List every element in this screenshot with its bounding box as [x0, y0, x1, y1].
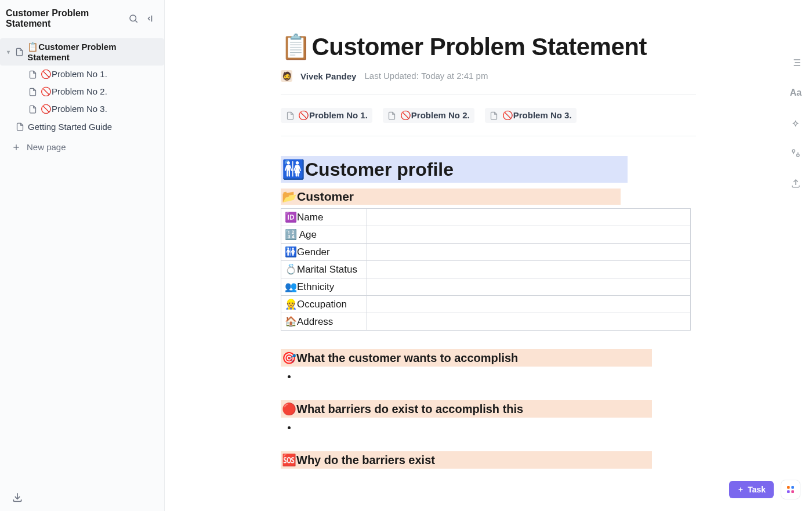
- subpage-chips: 🚫Problem No 1.🚫Problem No 2.🚫Problem No …: [281, 95, 696, 136]
- row-label[interactable]: 👷Occupation: [281, 296, 367, 313]
- row-label[interactable]: 🆔Name: [281, 209, 367, 226]
- barriers-list[interactable]: [281, 422, 696, 433]
- subpage-chip-1[interactable]: 🚫Problem No 2.: [383, 108, 474, 123]
- subpage-chip-0[interactable]: 🚫Problem No 1.: [281, 108, 372, 123]
- document-icon: [28, 86, 37, 97]
- document-icon: [490, 110, 499, 121]
- page-title[interactable]: 📋Customer Problem Statement: [281, 32, 696, 61]
- sidebar-item-4[interactable]: Getting Started Guide: [0, 118, 164, 135]
- svg-rect-19: [787, 490, 790, 493]
- svg-point-12: [792, 150, 795, 153]
- search-icon[interactable]: [127, 12, 140, 25]
- svg-rect-18: [791, 486, 794, 489]
- row-value[interactable]: [367, 244, 691, 261]
- list-item[interactable]: [297, 422, 696, 433]
- section-customer-profile[interactable]: 🚻Customer profile: [281, 156, 628, 183]
- apps-icon: [786, 485, 795, 494]
- bottom-actions: Task: [729, 480, 800, 499]
- row-label[interactable]: 🚻Gender: [281, 244, 367, 261]
- document-icon: [387, 110, 397, 121]
- chip-label: 🚫Problem No 2.: [400, 110, 470, 121]
- table-row: 💍Marital Status: [281, 261, 691, 278]
- workspace-title[interactable]: Customer Problem Statement: [6, 8, 122, 29]
- sidebar-item-1[interactable]: 🚫Problem No 1.: [0, 66, 164, 83]
- task-button-label: Task: [748, 485, 766, 494]
- document-icon: [28, 69, 37, 79]
- row-value[interactable]: [367, 209, 691, 226]
- subpage-chip-2[interactable]: 🚫Problem No 3.: [485, 108, 577, 123]
- settings-icon[interactable]: [789, 146, 803, 160]
- table-row: 🆔Name: [281, 209, 691, 226]
- document-icon: [28, 104, 37, 114]
- apps-button[interactable]: [781, 480, 800, 499]
- new-page-label: New page: [27, 142, 66, 152]
- author-name[interactable]: Vivek Pandey: [300, 71, 356, 81]
- sidebar-item-3[interactable]: 🚫Problem No 3.: [0, 100, 164, 118]
- new-page-button[interactable]: New page: [0, 139, 164, 155]
- table-row: 🚻Gender: [281, 244, 691, 261]
- sidebar-item-label: 📋Customer Problem Statement: [27, 42, 157, 62]
- page-meta: 🧔 Vivek Pandey Last Updated: Today at 2:…: [281, 70, 696, 95]
- sidebar: Customer Problem Statement ▾📋Customer Pr…: [0, 0, 165, 511]
- wants-list[interactable]: [281, 371, 696, 382]
- row-value[interactable]: [367, 261, 691, 278]
- import-button[interactable]: [12, 491, 23, 503]
- table-row: 🔢 Age: [281, 226, 691, 244]
- table-row: 👥Ethnicity: [281, 278, 691, 296]
- collapse-sidebar-icon[interactable]: [144, 12, 157, 25]
- sidebar-header: Customer Problem Statement: [0, 0, 164, 35]
- sidebar-item-label: 🚫Problem No 3.: [41, 104, 107, 114]
- customer-profile-table[interactable]: 🆔Name🔢 Age🚻Gender💍Marital Status👥Ethnici…: [281, 208, 691, 331]
- row-value[interactable]: [367, 296, 691, 313]
- row-value[interactable]: [367, 226, 691, 244]
- svg-rect-20: [791, 490, 794, 493]
- row-value[interactable]: [367, 313, 691, 331]
- list-item[interactable]: [297, 371, 696, 382]
- right-rail: Aa: [789, 56, 803, 190]
- svg-rect-17: [787, 486, 790, 489]
- svg-point-13: [797, 154, 800, 157]
- svg-point-0: [130, 15, 136, 21]
- row-label[interactable]: 🔢 Age: [281, 226, 367, 244]
- section-why[interactable]: 🆘Why do the barriers exist: [281, 451, 652, 469]
- avatar[interactable]: 🧔: [281, 70, 292, 82]
- document-icon: [15, 47, 24, 57]
- nav-list: ▾📋Customer Problem Statement🚫Problem No …: [0, 35, 164, 139]
- typography-icon[interactable]: Aa: [789, 86, 803, 100]
- row-label[interactable]: 💍Marital Status: [281, 261, 367, 278]
- chip-label: 🚫Problem No 1.: [298, 110, 368, 121]
- row-label[interactable]: 🏠Address: [281, 313, 367, 331]
- chip-label: 🚫Problem No 3.: [502, 110, 572, 121]
- last-updated-value: Today at 2:41 pm: [421, 71, 488, 81]
- new-task-button[interactable]: Task: [729, 481, 774, 498]
- table-row: 🏠Address: [281, 313, 691, 331]
- page-title-text: Customer Problem Statement: [312, 33, 647, 61]
- sidebar-item-label: 🚫Problem No 2.: [41, 86, 107, 97]
- section-barriers[interactable]: 🔴What barriers do exist to accomplish th…: [281, 400, 652, 418]
- sidebar-item-2[interactable]: 🚫Problem No 2.: [0, 83, 164, 100]
- ai-icon[interactable]: [789, 116, 803, 130]
- row-value[interactable]: [367, 278, 691, 296]
- export-icon[interactable]: [789, 176, 803, 190]
- last-updated-label: Last Updated:: [364, 71, 418, 81]
- section-wants[interactable]: 🎯What the customer wants to accomplish: [281, 349, 652, 367]
- svg-line-1: [135, 20, 137, 22]
- import-icon: [12, 491, 23, 503]
- outline-icon[interactable]: [789, 56, 803, 70]
- sidebar-item-0[interactable]: ▾📋Customer Problem Statement: [0, 38, 164, 66]
- table-row: 👷Occupation: [281, 296, 691, 313]
- sidebar-item-label: 🚫Problem No 1.: [41, 69, 107, 79]
- plus-icon: [12, 143, 21, 152]
- document-icon: [15, 121, 24, 132]
- sidebar-item-label: Getting Started Guide: [28, 122, 112, 132]
- main-content: 📋Customer Problem Statement 🧔 Vivek Pand…: [165, 0, 812, 511]
- row-label[interactable]: 👥Ethnicity: [281, 278, 367, 296]
- document-icon: [285, 110, 295, 121]
- chevron-down-icon[interactable]: ▾: [6, 49, 12, 55]
- plus-icon: [737, 486, 744, 493]
- section-customer[interactable]: 📂Customer: [281, 189, 621, 205]
- page-title-emoji: 📋: [281, 32, 311, 61]
